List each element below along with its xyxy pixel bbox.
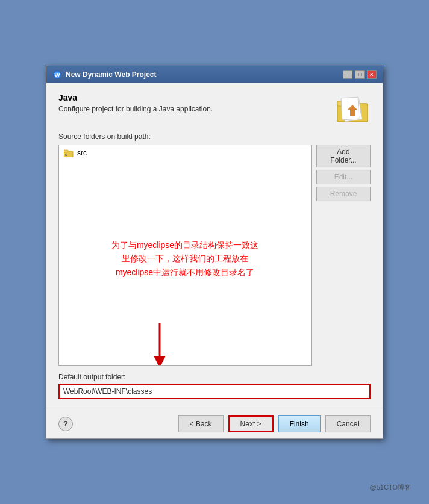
svg-text:W: W <box>55 72 60 78</box>
sidebar-buttons: Add Folder... Edit... Remove <box>316 145 371 366</box>
dialog-footer: ? < Back Next > Finish Cancel <box>46 409 383 438</box>
annotation-line2: 里修改一下，这样我们的工程放在 <box>111 252 258 266</box>
java-folder-icon <box>334 93 371 123</box>
title-bar: W New Dynamic Web Project ─ □ ✕ <box>46 66 383 83</box>
section-title: Java <box>58 93 328 102</box>
close-button[interactable]: ✕ <box>367 70 377 79</box>
finish-button[interactable]: Finish <box>278 415 321 432</box>
remove-button[interactable]: Remove <box>316 187 371 201</box>
back-button[interactable]: < Back <box>178 415 224 432</box>
source-folders-label: Source folders on build path: <box>58 132 371 141</box>
cancel-button[interactable]: Cancel <box>325 415 371 432</box>
add-folder-button[interactable]: Add Folder... <box>316 145 371 167</box>
source-list-container: S src 为了与myeclipse的目录结构保持一致这 里修改一下，这样我们的… <box>58 145 312 366</box>
window-title: New Dynamic Web Project <box>66 70 157 79</box>
list-item: S src <box>61 148 308 158</box>
src-folder-label: src <box>77 149 87 157</box>
edit-button[interactable]: Edit... <box>316 170 371 184</box>
section-desc: Configure project for building a Java ap… <box>58 105 328 113</box>
annotation-line1: 为了与myeclipse的目录结构保持一致这 <box>111 238 258 252</box>
output-folder-label: Default output folder: <box>58 373 371 381</box>
watermark: @51CTO博客 <box>370 483 411 492</box>
help-button[interactable]: ? <box>58 417 73 431</box>
annotation-line3: myeclipse中运行就不用修改目录名了 <box>111 266 258 279</box>
source-folders-area: S src 为了与myeclipse的目录结构保持一致这 里修改一下，这样我们的… <box>58 145 371 366</box>
src-folder-icon: S <box>64 149 74 157</box>
footer-left: ? <box>58 417 73 431</box>
dialog-window: W New Dynamic Web Project ─ □ ✕ Java Con… <box>46 66 383 439</box>
dialog-body: Java Configure project for building a Ja… <box>46 83 383 409</box>
annotation-arrow <box>142 323 178 366</box>
footer-right: < Back Next > Finish Cancel <box>178 415 371 432</box>
window-icon: W <box>52 70 62 79</box>
header-text: Java Configure project for building a Ja… <box>58 93 328 123</box>
svg-rect-8 <box>64 150 68 152</box>
title-controls: ─ □ ✕ <box>343 70 377 79</box>
header-area: Java Configure project for building a Ja… <box>58 93 371 123</box>
maximize-button[interactable]: □ <box>355 70 365 79</box>
next-button[interactable]: Next > <box>228 415 274 432</box>
output-folder-input[interactable] <box>58 384 371 399</box>
annotation-text: 为了与myeclipse的目录结构保持一致这 里修改一下，这样我们的工程放在 m… <box>111 238 258 279</box>
minimize-button[interactable]: ─ <box>343 70 352 79</box>
svg-marker-11 <box>154 356 166 366</box>
